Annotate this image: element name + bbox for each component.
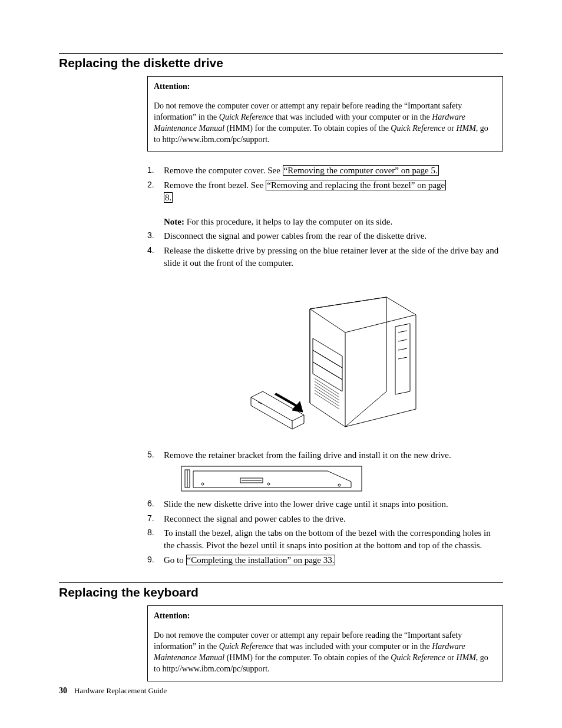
link-completing-installation[interactable]: “Completing the installation” on page 33… [186, 555, 336, 565]
svg-line-1 [315, 381, 339, 397]
svg-point-16 [338, 484, 340, 486]
page-footer: 30Hardware Replacement Guide [59, 686, 167, 696]
page-number: 30 [59, 686, 67, 695]
svg-line-4 [315, 390, 339, 406]
attention-label: Attention: [154, 81, 497, 93]
svg-line-7 [398, 340, 407, 341]
step-2: 2. Remove the front bezel. See “Removing… [147, 179, 503, 228]
step-1: 1. Remove the computer cover. See “Remov… [147, 164, 503, 177]
figure-computer-case [233, 279, 434, 444]
svg-point-15 [267, 483, 270, 485]
link-removing-cover[interactable]: “Removing the computer cover” on page 5. [283, 165, 439, 176]
figure-retainer-bracket [180, 465, 363, 492]
attention-box-1: Attention: Do not remove the computer co… [147, 76, 503, 151]
step-3: 3.Disconnect the signal and power cables… [147, 230, 503, 242]
svg-point-14 [201, 483, 204, 485]
svg-line-0 [315, 378, 339, 394]
section-heading-diskette: Replacing the diskette drive [59, 56, 503, 70]
svg-line-8 [398, 348, 407, 350]
step-4: 4.Release the diskette drive by pressing… [147, 245, 503, 444]
step-6: 6.Slide the new diskette drive into the … [147, 498, 503, 510]
step-9: 9. Go to “Completing the installation” o… [147, 554, 503, 566]
attention-box-2: Attention: Do not remove the computer co… [147, 605, 503, 681]
step-8: 8.To install the bezel, align the tabs o… [147, 527, 503, 551]
steps-list: 1. Remove the computer cover. See “Remov… [147, 164, 503, 566]
svg-line-9 [398, 357, 407, 359]
footer-title: Hardware Replacement Guide [74, 686, 167, 695]
svg-line-6 [398, 331, 407, 332]
link-front-bezel[interactable]: “Removing and replacing the front bezel”… [266, 180, 446, 190]
attention-text-2: Do not remove the computer cover or atte… [154, 631, 488, 673]
svg-line-2 [315, 384, 339, 400]
svg-line-5 [315, 393, 339, 409]
step-5: 5.Remove the retainer bracket from the f… [147, 449, 503, 492]
attention-text: Do not remove the computer cover or atte… [154, 101, 488, 144]
attention-label-2: Attention: [154, 611, 497, 622]
svg-line-3 [315, 387, 339, 403]
note: Note: For this procedure, it helps to la… [164, 216, 503, 228]
link-front-bezel-page[interactable]: 8. [164, 192, 173, 203]
section-heading-keyboard: Replacing the keyboard [59, 585, 503, 599]
step-7: 7.Reconnect the signal and power cables … [147, 513, 503, 525]
